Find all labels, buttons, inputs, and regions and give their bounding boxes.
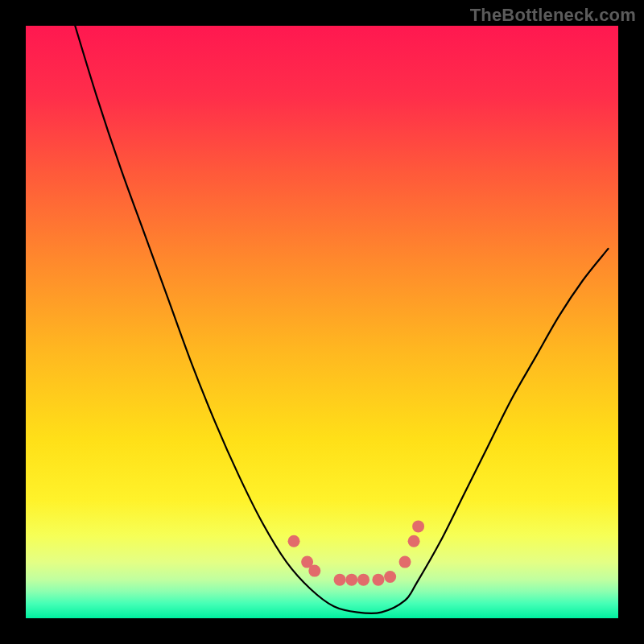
curve-marker (412, 520, 424, 532)
curve-marker (399, 556, 411, 568)
bottleneck-curve (26, 26, 618, 618)
curve-marker (408, 535, 420, 547)
curve-marker (384, 571, 396, 583)
curve-marker (357, 574, 369, 586)
curve-marker (372, 574, 384, 586)
watermark-text: TheBottleneck.com (470, 5, 636, 26)
curve-marker (345, 574, 357, 586)
curve-marker (334, 574, 346, 586)
chart-frame: TheBottleneck.com (0, 0, 644, 644)
plot-area (26, 26, 618, 618)
curve-marker (308, 565, 320, 577)
curve-marker (288, 535, 300, 547)
